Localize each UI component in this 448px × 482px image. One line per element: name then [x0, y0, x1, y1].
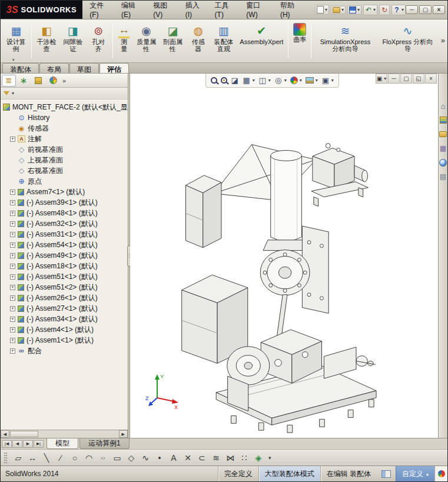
apply-scene-icon[interactable]: ▾	[304, 77, 319, 84]
save-icon[interactable]: ▾	[347, 5, 361, 15]
trim-icon[interactable]: ✕	[181, 451, 194, 464]
menu-item[interactable]: 视图(V)	[148, 1, 180, 19]
scroll-right-button[interactable]: ▶	[119, 430, 128, 438]
open-icon[interactable]: ▾	[331, 6, 346, 14]
view-palette-icon[interactable]	[439, 144, 447, 152]
tree-root-item[interactable]: MONT_RET_FACE-2 (默认<默认_显	[3, 102, 128, 112]
appearances-icon[interactable]	[439, 158, 447, 167]
minimize-doc-icon[interactable]: ─	[388, 74, 400, 84]
edit-appearance-icon[interactable]: ▾	[289, 76, 303, 85]
new-document-icon[interactable]: ▾	[315, 5, 329, 15]
polygon-icon[interactable]: ◇	[125, 451, 138, 464]
ribbon-overflow-button[interactable]: »	[441, 36, 445, 45]
ellipse-icon[interactable]: ○	[97, 451, 109, 464]
convert-entities-icon[interactable]: ⊂	[195, 451, 208, 464]
popout-doc-icon[interactable]: ◱	[413, 74, 424, 84]
design-library-icon[interactable]	[439, 116, 447, 124]
menu-item[interactable]: 窗口(W)	[241, 1, 276, 19]
expand-toggle[interactable]: +	[10, 295, 15, 301]
expand-toggle[interactable]: +	[10, 137, 15, 142]
sensor-icon[interactable]: ◍ 传感器	[186, 21, 211, 61]
expand-toggle[interactable]: +	[10, 317, 15, 322]
tree-item[interactable]: + (-) Assem51<2> (默认)	[3, 282, 128, 292]
restore-window-icon[interactable]: ▢	[419, 5, 432, 14]
tree-item[interactable]: History	[3, 112, 128, 123]
dropdown-caret[interactable]: ▾	[331, 78, 334, 83]
dropdown-caret[interactable]: ▾	[268, 78, 271, 83]
help-icon[interactable]: ? ▾	[391, 5, 406, 15]
tree-item[interactable]: + (-) Assem26<1> (默认)	[3, 292, 128, 303]
dropdown-caret[interactable]: ▾	[253, 78, 255, 83]
tree-item[interactable]: + (-) Assem54<1> (默认)	[3, 240, 128, 250]
dropdown-caret[interactable]: ▾	[401, 7, 404, 12]
display-style-icon[interactable]: ◫ ▾	[257, 75, 272, 86]
toolbar-grip[interactable]	[4, 453, 7, 463]
tree-item[interactable]: 前视基准面	[3, 144, 128, 155]
model-tab[interactable]: 模型	[47, 438, 78, 449]
assembly-visualization-icon[interactable]: ▥ 装配体直观	[211, 21, 237, 61]
curvature-icon[interactable]: 曲率	[290, 21, 309, 61]
next-tab-icon[interactable]: ▶	[23, 440, 33, 448]
close-doc-icon[interactable]: ×	[425, 74, 437, 84]
tree-item[interactable]: + (-) Assem27<1> (默认)	[3, 303, 128, 314]
commandmanager-flyout-caret[interactable]: ▾	[12, 58, 15, 62]
dropdown-caret[interactable]: ▾	[316, 78, 318, 83]
menu-item[interactable]: 插入(I)	[181, 1, 210, 19]
sketch-icon[interactable]: ▱	[12, 451, 25, 464]
expand-toggle[interactable]: +	[10, 232, 15, 237]
tree-item[interactable]: + (-) Assem31<1> (默认)	[3, 229, 128, 240]
menu-item[interactable]: 工具(T)	[210, 1, 242, 19]
section-view-icon[interactable]: ◪	[230, 75, 240, 86]
arc-icon[interactable]: ◠	[82, 451, 95, 464]
customize-caret[interactable]: ▴	[426, 471, 429, 477]
menu-item[interactable]: 文件(F)	[85, 1, 117, 19]
tree-item[interactable]: 传感器	[3, 123, 128, 134]
displaymanager-tab-icon[interactable]	[46, 75, 60, 87]
expand-toggle[interactable]: +	[10, 190, 15, 195]
command-tab[interactable]: 装配体	[2, 63, 39, 73]
tree-filter[interactable]: ▾	[1, 88, 128, 99]
dropdown-caret[interactable]: ▾	[384, 76, 386, 81]
tree-item[interactable]: + (-) Assem39<1> (默认)	[3, 197, 128, 208]
tree-item[interactable]: 右视基准面	[3, 165, 128, 176]
expand-toggle[interactable]: +	[10, 221, 15, 227]
tree-item[interactable]: + 注解	[3, 134, 128, 144]
tree-item[interactable]: + (-) Assem18<1> (默认)	[3, 261, 128, 271]
tree-item[interactable]: + (-) Assem48<1> (默认)	[3, 208, 128, 218]
resources-home-icon[interactable]	[439, 102, 447, 110]
zoom-fit-icon[interactable]	[210, 77, 218, 84]
scroll-left-button[interactable]: ◀	[1, 430, 9, 438]
dropdown-caret[interactable]: ▾	[357, 7, 360, 12]
command-tab[interactable]: 评估	[99, 63, 129, 73]
spline-icon[interactable]: ∿	[139, 451, 152, 464]
first-tab-icon[interactable]: |◀	[2, 440, 12, 448]
tree-item[interactable]: + (-) Assem51<1> (默认)	[3, 271, 128, 282]
expand-toggle[interactable]: +	[10, 242, 15, 248]
dropdown-caret[interactable]: ▾	[284, 78, 287, 83]
linear-pattern-icon[interactable]: ∷	[238, 451, 251, 464]
pane-toggle-icon[interactable]	[381, 470, 391, 478]
hide-show-items-icon[interactable]: ◎ ▾	[273, 75, 288, 86]
tree-item[interactable]: + 配合	[3, 345, 128, 356]
minimize-window-icon[interactable]: ─	[406, 5, 418, 14]
command-tab[interactable]: 布局	[39, 63, 69, 73]
restore-doc-icon[interactable]: ▢	[400, 74, 412, 84]
rectangle-icon[interactable]: ▭	[111, 451, 124, 464]
tree-item[interactable]: 上视基准面	[3, 155, 128, 165]
undo-icon[interactable]: ↶ ▾	[363, 5, 377, 15]
smart-dimension-icon[interactable]: ↔	[26, 451, 39, 464]
line-icon[interactable]: ╲	[40, 451, 53, 464]
tree-item[interactable]: + Assem7<1> (默认)	[3, 187, 128, 197]
tree-item[interactable]: + (-) Assem4<1> (默认)	[3, 324, 128, 335]
clearance-verify-icon[interactable]: ◨ 间隙验证	[59, 21, 86, 61]
expand-toggle[interactable]: +	[10, 211, 15, 216]
panel-tabs-overflow[interactable]: »	[62, 77, 66, 84]
menu-item[interactable]: 帮助(H)	[276, 1, 308, 19]
point-icon[interactable]: •	[153, 451, 166, 464]
menu-item[interactable]: 编辑(E)	[117, 1, 148, 19]
filter-caret[interactable]: ▾	[12, 91, 14, 96]
panel-horizontal-scrollbar[interactable]: ◀ ▶	[1, 430, 128, 438]
simulationxpress-icon[interactable]: ≋ SimulationXpress 分析向导	[313, 21, 377, 61]
mirror-entities-icon[interactable]: ⋈	[224, 451, 237, 464]
prev-tab-icon[interactable]: ◀	[12, 440, 22, 448]
